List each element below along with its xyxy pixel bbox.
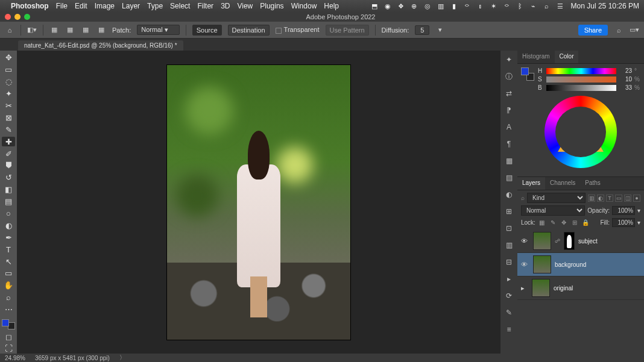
status-icon[interactable]: ◎	[423, 2, 432, 10]
layer-row[interactable]: ▸ original	[517, 276, 644, 300]
status-icon[interactable]: ⊕	[409, 2, 419, 10]
eraser-tool[interactable]: ◧	[2, 185, 15, 195]
bri-value[interactable]: 33	[619, 84, 632, 91]
tab-color[interactable]: Color	[555, 51, 579, 63]
status-icon[interactable]: ⬒	[370, 2, 379, 10]
healing-tool[interactable]: ✚	[2, 137, 15, 146]
panel-icon[interactable]: ▦	[504, 155, 514, 166]
menu-layer[interactable]: Layer	[122, 2, 140, 10]
quick-select-tool[interactable]: ✦	[2, 89, 15, 99]
panel-icon[interactable]: ◐	[504, 189, 514, 200]
patch-mode-select[interactable]: Normal ▾	[137, 25, 180, 35]
control-center-icon[interactable]: ☰	[555, 2, 565, 10]
selection-intersect-icon[interactable]: ▦	[96, 26, 106, 34]
panel-icon[interactable]: A	[504, 122, 514, 133]
history-brush-tool[interactable]: ↺	[2, 173, 15, 183]
panel-icon[interactable]: ⊟	[504, 257, 514, 267]
workspace-switcher-icon[interactable]: ▭▾	[630, 26, 639, 34]
home-icon[interactable]: ⌂	[5, 27, 14, 34]
menu-filter[interactable]: Filter	[197, 2, 213, 10]
dodge-tool[interactable]: ◐	[2, 220, 15, 230]
layer-thumbnail[interactable]	[533, 255, 551, 273]
panel-icon[interactable]: ▸	[504, 273, 514, 284]
menu-edit[interactable]: Edit	[75, 2, 87, 10]
document-canvas[interactable]	[167, 65, 350, 340]
blur-tool[interactable]: ○	[2, 209, 15, 219]
menu-file[interactable]: File	[56, 2, 68, 10]
tab-channels[interactable]: Channels	[545, 177, 580, 190]
pen-tool[interactable]: ✒	[2, 232, 15, 242]
panel-icon[interactable]: ⊡	[504, 223, 514, 234]
gradient-tool[interactable]: ▤	[2, 197, 15, 207]
link-icon[interactable]: ☍	[555, 238, 560, 244]
zoom-level[interactable]: 24.98%	[5, 355, 25, 361]
foreground-background-swatch[interactable]	[2, 319, 15, 329]
menu-window[interactable]: Window	[291, 2, 317, 10]
eyedropper-tool[interactable]: ✎	[2, 125, 15, 134]
layer-name[interactable]: background	[555, 261, 586, 268]
lock-pixels-icon[interactable]: ✎	[549, 219, 557, 226]
lasso-tool[interactable]: ◌	[2, 77, 15, 87]
screen-mode-icon[interactable]: ⛶	[2, 344, 15, 354]
tab-paths[interactable]: Paths	[580, 177, 605, 190]
status-icon[interactable]: ▮	[449, 2, 459, 10]
panel-icon[interactable]: ✦	[504, 54, 514, 65]
clone-stamp-tool[interactable]: ⛊	[2, 161, 15, 170]
frame-tool[interactable]: ⊠	[2, 113, 15, 122]
selection-new-icon[interactable]: ▦	[49, 26, 59, 34]
layer-visibility-icon[interactable]: 👁	[521, 237, 529, 245]
app-name[interactable]: Photoshop	[11, 2, 49, 10]
selection-subtract-icon[interactable]: ▦	[81, 26, 90, 34]
search-icon[interactable]: ⌕	[614, 27, 623, 34]
chevron-down-icon[interactable]: ▾	[637, 207, 640, 214]
brightness-slider[interactable]	[546, 85, 616, 91]
panel-foreground-background-swatch[interactable]	[521, 67, 534, 81]
canvas-area[interactable]	[17, 51, 500, 354]
panel-icon[interactable]: ⊞	[504, 206, 514, 217]
wifi-icon[interactable]: ⌔	[502, 2, 512, 10]
fill-input[interactable]	[612, 218, 635, 227]
diffusion-dropdown-icon[interactable]: ▾	[435, 26, 445, 34]
edit-toolbar[interactable]: ⋯	[2, 305, 15, 314]
patch-destination-button[interactable]: Destination	[228, 25, 270, 36]
lock-position-icon[interactable]: ✥	[560, 219, 568, 226]
diffusion-input[interactable]	[415, 25, 429, 35]
hue-value[interactable]: 23	[619, 67, 632, 74]
panel-icon[interactable]: ▤	[504, 172, 514, 183]
menu-image[interactable]: Image	[95, 2, 115, 10]
group-expand-icon[interactable]: ▸	[521, 284, 528, 292]
menu-select[interactable]: Select	[170, 2, 190, 10]
panel-icon[interactable]: ≡	[504, 324, 514, 335]
document-dimensions[interactable]: 3659 px x 5481 px (300 ppi)	[35, 355, 110, 361]
status-icon[interactable]: ⌔	[462, 2, 472, 10]
tab-layers[interactable]: Layers	[517, 177, 545, 190]
layer-filter-icons[interactable]: ▥◐T▭◫●	[588, 195, 640, 202]
chevron-down-icon[interactable]: ▾	[637, 219, 640, 226]
status-icon[interactable]: ✶	[489, 2, 499, 10]
opacity-input[interactable]	[612, 206, 635, 215]
window-close-button[interactable]	[5, 14, 11, 20]
menu-type[interactable]: Type	[147, 2, 163, 10]
share-button[interactable]: Share	[578, 25, 608, 36]
panel-icon[interactable]: ⟳	[504, 290, 514, 301]
layer-visibility-icon[interactable]: 👁	[521, 261, 529, 268]
layer-mask-thumbnail[interactable]	[564, 232, 575, 250]
lock-artboard-icon[interactable]: ⊞	[570, 219, 579, 226]
panel-icon[interactable]: ▥	[504, 240, 514, 251]
selection-add-icon[interactable]: ▦	[65, 26, 75, 34]
hand-tool[interactable]: ✋	[2, 281, 15, 290]
window-minimize-button[interactable]	[14, 14, 21, 20]
quick-mask-icon[interactable]: ◻	[2, 332, 15, 342]
status-icon[interactable]: ❖	[396, 2, 406, 10]
status-icon[interactable]: ⫾	[476, 2, 485, 10]
saturation-slider[interactable]	[546, 76, 616, 83]
color-wheel[interactable]	[545, 96, 617, 168]
spotlight-icon[interactable]: ⌕	[542, 2, 552, 10]
layer-row[interactable]: 👁 ☍ subject	[517, 229, 644, 253]
menubar-datetime[interactable]: Mon Jul 25 10:26 PM	[571, 2, 639, 10]
layer-name[interactable]: subject	[578, 238, 598, 245]
tab-histogram[interactable]: Histogram	[517, 51, 555, 63]
menu-help[interactable]: Help	[324, 2, 339, 10]
status-arrow-icon[interactable]: 〉	[119, 354, 125, 362]
panel-icon[interactable]: ⇄	[504, 88, 514, 99]
